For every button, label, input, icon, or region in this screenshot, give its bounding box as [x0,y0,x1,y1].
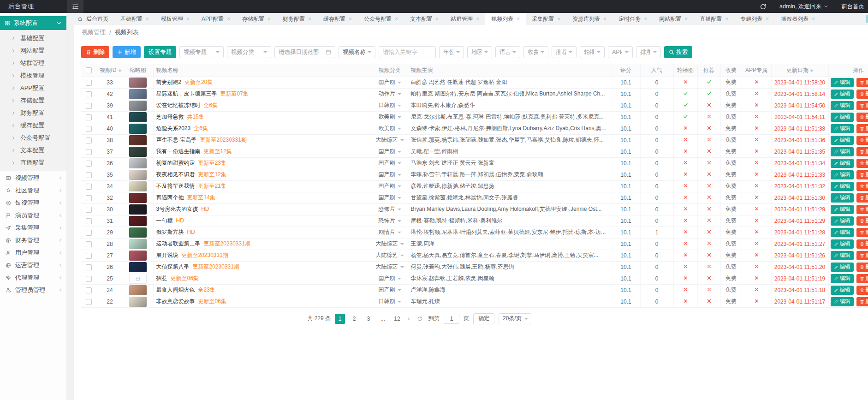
video-name[interactable]: 声生不息·宝岛季 [156,137,197,143]
app-exclusive-cell[interactable] [742,203,771,215]
category-select[interactable]: 国产剧 [379,148,401,155]
recommend-flag-cell[interactable] [697,238,720,250]
page-number-12[interactable]: 12 [392,314,402,324]
edit-button[interactable]: 编辑 [831,205,854,214]
category-select[interactable]: 国产剧 [379,194,401,202]
row-checkbox[interactable] [86,276,92,282]
edit-button[interactable]: 编辑 [831,147,854,156]
tab-采集配置[interactable]: 采集配置× [526,13,566,25]
page-number-1[interactable]: 1 [335,314,345,324]
tab-文本配置[interactable]: 文本配置× [404,13,445,25]
row-checkbox[interactable] [86,241,92,247]
row-delete-button[interactable]: 删除 [856,90,868,99]
sidebar-subitem-直播配置[interactable]: 直播配置 [0,156,66,169]
app-exclusive-cell[interactable] [742,111,771,123]
carousel-flag-cell[interactable] [673,123,697,134]
edit-button[interactable]: 编辑 [831,182,854,191]
row-checkbox[interactable] [86,103,92,109]
tab-基础配置[interactable]: 基础配置× [114,13,155,25]
app-exclusive-cell[interactable] [742,273,771,284]
edit-button[interactable]: 编辑 [831,286,854,295]
category-select[interactable]: 国产剧 [379,275,401,282]
category-select[interactable]: 欧美剧 [379,125,401,132]
edit-button[interactable]: 编辑 [831,297,854,306]
video-name[interactable]: 一勺糖 [156,217,173,224]
row-delete-button[interactable]: 删除 [856,205,868,214]
recommend-flag-cell[interactable] [697,77,720,88]
filter-select-地区[interactable]: 地区 [467,46,492,58]
carousel-flag-cell[interactable] [673,238,697,250]
category-select[interactable]: 大陆综艺 [376,263,404,271]
sidebar-subitem-缓存配置[interactable]: 缓存配置 [0,119,66,131]
row-delete-button[interactable]: 删除 [856,263,868,272]
row-delete-button[interactable]: 删除 [856,251,868,260]
app-exclusive-cell[interactable] [742,261,771,273]
tab-close-icon[interactable]: × [227,16,230,22]
video-name[interactable]: 危险关系2023 [156,125,191,131]
recommend-flag-cell[interactable] [697,273,720,284]
recommend-flag-cell[interactable] [697,146,720,157]
sort-icon[interactable] [810,68,813,73]
edit-button[interactable]: 编辑 [831,193,854,203]
row-checkbox[interactable] [86,218,92,224]
sidebar-subitem-财务配置[interactable]: 财务配置 [0,107,66,119]
row-delete-button[interactable]: 删除 [856,78,868,87]
sidebar-item-管理员管理[interactable]: 管理员管理 [0,284,66,296]
row-checkbox[interactable] [86,230,92,236]
row-delete-button[interactable]: 删除 [856,274,868,283]
app-exclusive-cell[interactable] [742,227,771,238]
page-size-select[interactable]: 20条/页 [499,313,531,324]
sidebar-subitem-APP配置[interactable]: APP配置 [0,82,66,94]
category-select[interactable]: 日韩剧 [379,101,401,109]
tab-资源库列表[interactable]: 资源库列表× [566,13,612,25]
app-exclusive-cell[interactable] [742,146,771,157]
category-select[interactable]: 恐怖片 [379,205,401,213]
sidebar-group-system-config[interactable]: 系统配置 [0,16,66,30]
delete-button[interactable]: 删除 [81,46,109,58]
set-topic-button[interactable]: 设置专题 [144,46,176,58]
recommend-flag-cell[interactable] [697,296,720,307]
recommend-flag-cell[interactable] [697,100,720,111]
category-select[interactable]: 欧美剧 [379,113,401,121]
recommend-flag-cell[interactable] [697,215,720,227]
category-select[interactable]: 国产剧 [379,159,401,167]
app-exclusive-cell[interactable] [742,77,771,88]
recommend-flag-cell[interactable] [697,157,720,169]
video-name[interactable]: 不及将军送我情 [156,183,195,189]
tab-站群管理[interactable]: 站群管理× [445,13,485,25]
carousel-flag-cell[interactable] [673,169,697,180]
category-select[interactable]: 国产剧 [379,171,401,179]
row-delete-button[interactable]: 删除 [856,113,868,122]
category-select[interactable]: 大陆综艺 [376,240,404,248]
carousel-flag-cell[interactable] [673,192,697,203]
tab-close-icon[interactable]: × [725,16,728,22]
carousel-flag-cell[interactable] [673,296,697,307]
tab-close-icon[interactable]: × [476,16,479,22]
video-name[interactable]: 大侦探第八季 [156,263,190,270]
row-delete-button[interactable]: 删除 [856,124,868,133]
row-checkbox[interactable] [86,149,92,155]
tab-close-icon[interactable]: × [308,16,311,22]
carousel-flag-cell[interactable] [673,146,697,157]
video-name[interactable]: 展开说说 [156,252,178,258]
select-all-checkbox[interactable] [86,67,92,73]
sidebar-item-用户管理[interactable]: 用户管理 [0,246,66,259]
filter-select-年份[interactable]: 年份 [439,46,464,58]
carousel-flag-cell[interactable] [673,284,697,296]
video-name[interactable]: 芝加哥急救 [156,113,184,120]
carousel-flag-cell[interactable] [673,203,697,215]
video-name[interactable]: 招惹 [156,275,167,281]
app-exclusive-cell[interactable] [742,123,771,134]
edit-button[interactable]: 编辑 [831,216,854,226]
recommend-flag-cell[interactable] [697,284,720,296]
sidebar-subitem-文本配置[interactable]: 文本配置 [0,144,66,156]
row-delete-button[interactable]: 删除 [856,101,868,110]
refresh-icon[interactable] [760,3,767,10]
row-checkbox[interactable] [86,195,92,201]
breadcrumb-parent[interactable]: 视频管理 [82,28,106,36]
edit-button[interactable]: 编辑 [831,136,854,145]
filter-select-语言[interactable]: 语言 [495,46,520,58]
recommend-flag-cell[interactable] [697,134,720,146]
video-name[interactable]: 夜夜相见不识君 [156,171,195,178]
tab-close-icon[interactable]: × [517,16,520,22]
